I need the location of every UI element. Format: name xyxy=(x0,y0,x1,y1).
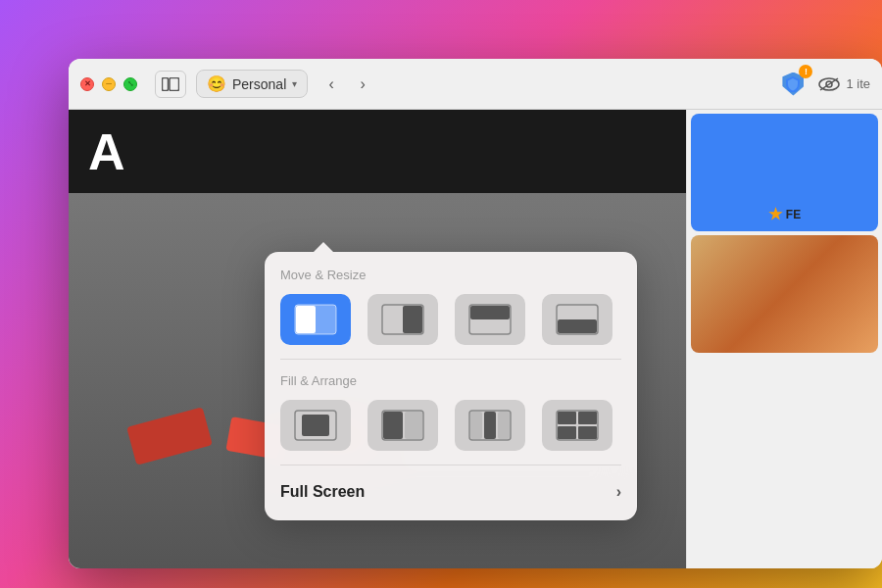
chevron-down-icon: ▾ xyxy=(292,78,297,89)
star-icon: ★ xyxy=(768,205,782,223)
layout-bottom-half-button[interactable] xyxy=(542,294,612,345)
full-screen-row[interactable]: Full Screen › xyxy=(280,479,621,505)
divider-2 xyxy=(280,465,621,466)
bottom-half-icon xyxy=(556,304,599,335)
svg-rect-20 xyxy=(484,412,496,439)
left-third-icon xyxy=(381,410,424,441)
badge-text: FE xyxy=(786,208,801,221)
space-emoji: 😊 xyxy=(207,74,226,93)
shield-icon xyxy=(786,76,800,92)
bitwarden-button[interactable]: ! xyxy=(777,69,808,100)
popup-menu: Move & Resize xyxy=(265,252,637,520)
warning-badge: ! xyxy=(799,65,812,78)
sidebar-icon xyxy=(162,77,179,91)
eye-slash-icon xyxy=(818,76,840,92)
content-area: A Move & Resize xyxy=(69,110,882,568)
layout-center-third-button[interactable] xyxy=(455,400,525,451)
camera-1 xyxy=(126,407,213,465)
featured-badge: ★ FE xyxy=(768,205,801,223)
header-letter: A xyxy=(88,122,125,181)
svg-rect-12 xyxy=(558,319,597,333)
layout-right-half-button[interactable] xyxy=(368,294,438,345)
maximize-button[interactable]: ⤡ xyxy=(123,77,137,91)
center-icon xyxy=(294,410,337,441)
item-count: 1 ite xyxy=(846,76,870,91)
right-panel: ★ FE xyxy=(686,110,882,568)
back-button[interactable]: ‹ xyxy=(318,71,345,98)
layout-center-button[interactable] xyxy=(280,400,351,451)
fill-arrange-label: Fill & Arrange xyxy=(280,373,621,388)
space-selector[interactable]: 😊 Personal ▾ xyxy=(196,70,308,98)
svg-rect-19 xyxy=(470,412,482,439)
svg-rect-6 xyxy=(296,306,316,333)
sidebar-toggle-button[interactable] xyxy=(155,71,186,98)
chevron-right-icon: › xyxy=(616,483,621,501)
minimize-button[interactable]: ─ xyxy=(102,77,116,91)
top-half-icon xyxy=(468,304,512,335)
move-resize-label: Move & Resize xyxy=(280,268,621,282)
svg-rect-8 xyxy=(403,306,422,333)
svg-rect-24 xyxy=(578,412,597,424)
pizza-image xyxy=(691,235,878,353)
right-card-pizza xyxy=(691,235,878,353)
svg-rect-26 xyxy=(578,426,597,439)
svg-rect-1 xyxy=(170,77,179,90)
window: ✕ ─ ⤡ 😊 Personal ▾ xyxy=(69,59,882,568)
right-card-blue: ★ FE xyxy=(691,114,878,231)
view-badge: 1 ite xyxy=(818,76,870,92)
fill-arrange-grid xyxy=(280,400,621,451)
svg-rect-10 xyxy=(470,306,510,319)
layout-top-half-button[interactable] xyxy=(455,294,525,345)
main-content: A Move & Resize xyxy=(69,110,686,568)
titlebar: ✕ ─ ⤡ 😊 Personal ▾ xyxy=(69,59,882,110)
svg-rect-16 xyxy=(383,412,403,439)
layout-left-third-button[interactable] xyxy=(368,400,438,451)
traffic-lights: ✕ ─ ⤡ xyxy=(80,77,137,91)
space-name: Personal xyxy=(232,76,286,92)
four-grid-icon xyxy=(556,410,599,441)
center-third-icon xyxy=(468,410,512,441)
right-half-icon xyxy=(381,304,424,335)
layout-left-half-button[interactable] xyxy=(280,294,351,345)
forward-button[interactable]: › xyxy=(349,71,376,98)
full-screen-label: Full Screen xyxy=(280,483,365,501)
popup-arrow xyxy=(314,242,333,252)
toolbar-right: ! 1 ite xyxy=(777,69,870,100)
svg-rect-0 xyxy=(163,77,169,90)
svg-rect-25 xyxy=(558,426,576,439)
svg-rect-17 xyxy=(405,412,422,439)
svg-rect-14 xyxy=(302,415,329,436)
content-header: A xyxy=(69,110,686,193)
divider-1 xyxy=(280,359,621,360)
layout-four-grid-button[interactable] xyxy=(542,400,612,451)
close-button[interactable]: ✕ xyxy=(80,77,94,91)
svg-rect-23 xyxy=(558,412,576,424)
nav-buttons: ‹ › xyxy=(318,71,376,98)
left-half-icon xyxy=(294,304,337,335)
svg-rect-21 xyxy=(498,412,510,439)
move-resize-grid xyxy=(280,294,621,345)
desktop: ✕ ─ ⤡ 😊 Personal ▾ xyxy=(0,0,882,588)
